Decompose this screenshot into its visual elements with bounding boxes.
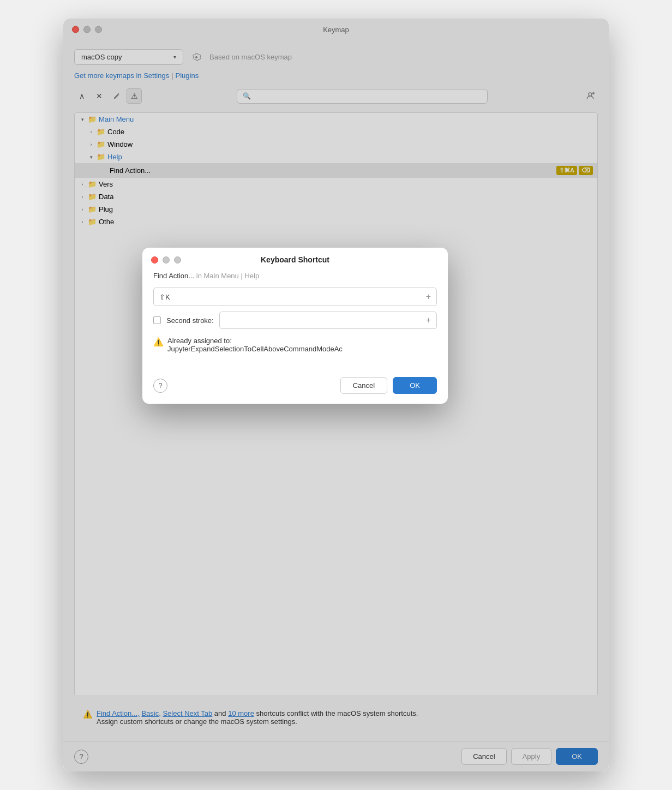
modal-cancel-button[interactable]: Cancel: [340, 377, 387, 394]
second-stroke-input[interactable]: +: [219, 312, 437, 329]
modal-title: Keyboard Shortcut: [153, 255, 437, 264]
modal-minimize-button: [163, 256, 170, 264]
modal-subtitle: Find Action... in Main Menu | Help: [153, 272, 437, 280]
modal-body: Find Action... in Main Menu | Help ⇧K + …: [142, 270, 448, 370]
modal-close-button[interactable]: [151, 256, 158, 264]
modal-traffic-lights: [151, 256, 181, 264]
second-stroke-checkbox[interactable]: [153, 316, 161, 324]
modal-ok-button[interactable]: OK: [393, 377, 437, 394]
modal-help-button[interactable]: ?: [153, 379, 167, 393]
modal-footer: ? Cancel OK: [142, 370, 448, 404]
warning-triangle-icon: ⚠️: [153, 337, 164, 347]
shortcut-input-value: ⇧K: [159, 293, 423, 301]
add-shortcut-button[interactable]: +: [426, 292, 431, 302]
modal-action-name: Find Action...: [153, 272, 194, 280]
modal-subtitle-path: in Main Menu | Help: [196, 272, 259, 280]
modal-maximize-button: [174, 256, 181, 264]
warning-text: Already assigned to: JupyterExpandSelect…: [167, 337, 343, 353]
modal-title-bar: Keyboard Shortcut: [142, 248, 448, 270]
main-window: Keymap macOS copy ▾ Based on macOS keyma…: [63, 19, 609, 771]
second-stroke-row: Second stroke: +: [153, 312, 437, 329]
add-second-stroke-button[interactable]: +: [426, 315, 431, 325]
keyboard-shortcut-dialog: Keyboard Shortcut Find Action... in Main…: [142, 248, 448, 404]
shortcut-input-row[interactable]: ⇧K +: [153, 288, 437, 306]
warning-row: ⚠️ Already assigned to: JupyterExpandSel…: [153, 337, 437, 353]
second-stroke-label: Second stroke:: [166, 316, 214, 325]
